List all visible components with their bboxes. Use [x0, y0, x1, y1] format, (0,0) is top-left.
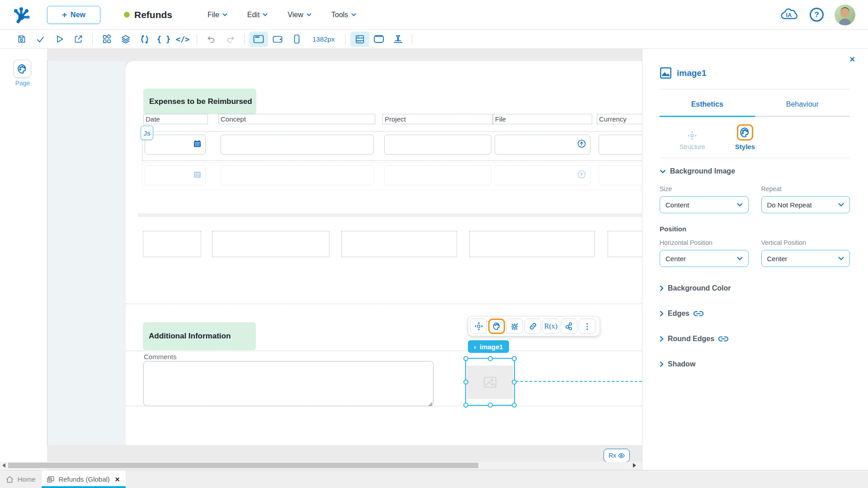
container-button[interactable]: [369, 32, 388, 47]
horizontal-scrollbar[interactable]: [0, 462, 642, 469]
link-icon[interactable]: [718, 336, 728, 342]
layers-button[interactable]: [116, 32, 135, 47]
menu-view[interactable]: View: [288, 11, 311, 19]
bindings-control-button[interactable]: [561, 319, 577, 334]
app-logo-icon[interactable]: [12, 4, 33, 26]
scroll-left-arrow[interactable]: [2, 463, 5, 468]
align-distribute-button[interactable]: [388, 32, 407, 47]
tablet-view-button[interactable]: [268, 32, 287, 47]
comments-textarea[interactable]: [143, 361, 434, 406]
structure-mode-button[interactable]: Structure: [679, 130, 705, 150]
variables-button[interactable]: { }: [154, 32, 173, 47]
empty-cell-guide[interactable]: [143, 231, 201, 257]
empty-cell-guide[interactable]: [341, 231, 457, 257]
phone-view-button[interactable]: [287, 32, 306, 47]
project-input[interactable]: [384, 135, 491, 155]
currency-input[interactable]: [599, 135, 642, 155]
desktop-view-button[interactable]: [249, 32, 268, 47]
help-button[interactable]: ?: [810, 8, 824, 22]
scrollbar-thumb[interactable]: [8, 463, 478, 468]
calendar-icon[interactable]: [193, 140, 201, 150]
upload-icon[interactable]: [577, 140, 586, 150]
image-placeholder[interactable]: [467, 366, 513, 399]
tab-refunds-global[interactable]: Refunds (Global) ✕: [42, 470, 126, 488]
js-event-badge[interactable]: Js: [141, 126, 153, 140]
currency-input-ghost[interactable]: [599, 165, 642, 185]
ai-assistant-button[interactable]: IA: [779, 6, 799, 23]
undo-button[interactable]: [202, 32, 221, 47]
redo-button[interactable]: [221, 32, 240, 47]
empty-cell-guide[interactable]: [608, 231, 642, 257]
link-icon[interactable]: [693, 310, 703, 317]
chevron-down-icon: [660, 169, 666, 174]
validate-button[interactable]: [31, 32, 50, 47]
section-shadow[interactable]: Shadow: [660, 360, 850, 368]
export-button[interactable]: [69, 32, 88, 47]
rx-visibility-badge[interactable]: Rx: [604, 449, 630, 462]
layout-panels-button[interactable]: [350, 32, 369, 47]
resize-handle-nw[interactable]: [463, 356, 468, 361]
size-dropdown[interactable]: Content: [660, 196, 749, 213]
flows-button[interactable]: [135, 32, 154, 47]
section-background-color[interactable]: Background Color: [660, 284, 850, 292]
section-header-additional-info[interactable]: Additional Information: [143, 322, 256, 350]
column-header-concept[interactable]: Concept: [218, 114, 375, 124]
file-input-ghost[interactable]: [495, 165, 590, 185]
source-code-button[interactable]: </>: [173, 32, 192, 47]
concept-input[interactable]: [221, 135, 374, 155]
properties-control-button[interactable]: [506, 319, 523, 334]
vertical-position-dropdown[interactable]: Center: [761, 250, 850, 267]
column-header-date[interactable]: Date: [143, 114, 208, 124]
tab-behaviour[interactable]: Behaviour: [755, 94, 850, 116]
column-header-file[interactable]: File: [493, 114, 592, 124]
repeat-dropdown[interactable]: Do Not Repeat: [761, 196, 850, 213]
user-avatar[interactable]: [835, 5, 855, 25]
project-input-ghost[interactable]: [384, 165, 491, 185]
components-button[interactable]: [97, 32, 116, 47]
section-round-edges[interactable]: Round Edges: [660, 335, 850, 343]
form-surface[interactable]: Expenses to be Reimbursed Date Concept P…: [126, 61, 642, 445]
selected-element-tag[interactable]: ‹ image1: [468, 340, 509, 353]
page-style-button[interactable]: [14, 60, 31, 78]
resize-handle-e[interactable]: [512, 380, 517, 385]
date-input-ghost[interactable]: [145, 165, 206, 185]
column-header-currency[interactable]: Currency: [597, 114, 642, 124]
empty-cell-guide[interactable]: [212, 231, 330, 257]
date-input[interactable]: [145, 135, 206, 155]
resize-handle-ne[interactable]: [512, 356, 517, 361]
link-control-button[interactable]: [524, 319, 541, 334]
tab-home[interactable]: Home: [0, 470, 42, 488]
scroll-right-arrow[interactable]: [633, 463, 636, 468]
save-button[interactable]: [12, 32, 31, 47]
design-canvas[interactable]: Expenses to be Reimbursed Date Concept P…: [47, 49, 642, 470]
resize-handle-n[interactable]: [488, 356, 493, 361]
resize-handle-sw[interactable]: [463, 403, 468, 408]
resize-handle-se[interactable]: [512, 403, 517, 408]
image-selection-box[interactable]: [465, 358, 515, 406]
column-header-project[interactable]: Project: [382, 114, 493, 124]
menu-edit[interactable]: Edit: [247, 11, 268, 19]
section-edges[interactable]: Edges: [660, 310, 850, 318]
horizontal-position-dropdown[interactable]: Center: [660, 250, 749, 267]
new-button[interactable]: + New: [47, 6, 100, 24]
close-tab-icon[interactable]: ✕: [115, 476, 120, 483]
close-icon[interactable]: ✕: [849, 55, 855, 64]
empty-cell-guide[interactable]: [469, 231, 595, 257]
resize-grip-icon[interactable]: [428, 400, 432, 408]
tab-esthetics[interactable]: Esthetics: [660, 94, 755, 116]
move-control-button[interactable]: [470, 319, 487, 334]
menu-tools[interactable]: Tools: [331, 11, 356, 19]
viewport-width-value[interactable]: 1382px: [312, 35, 335, 43]
rules-control-button[interactable]: R(x): [542, 319, 559, 334]
run-button[interactable]: [50, 32, 69, 47]
concept-input-ghost[interactable]: [221, 165, 374, 185]
section-header-expenses[interactable]: Expenses to be Reimbursed: [143, 89, 256, 114]
file-input[interactable]: [495, 135, 590, 155]
resize-handle-w[interactable]: [463, 380, 468, 385]
more-options-button[interactable]: ⋮: [579, 319, 595, 334]
styles-control-button[interactable]: [488, 319, 505, 334]
section-background-image[interactable]: Background Image: [660, 167, 850, 175]
menu-file[interactable]: File: [208, 11, 227, 19]
resize-handle-s[interactable]: [488, 403, 493, 408]
styles-mode-button[interactable]: Styles: [735, 124, 755, 150]
